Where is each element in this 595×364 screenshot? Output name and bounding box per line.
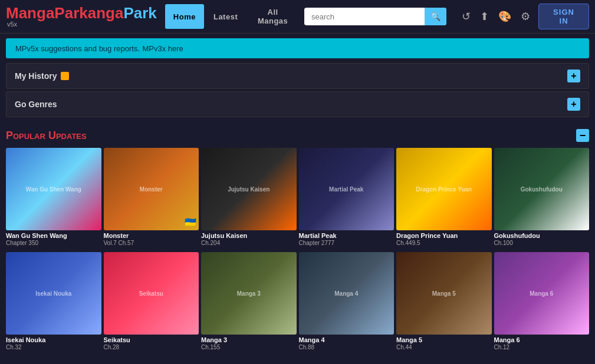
- logo-version: v5x: [7, 21, 17, 28]
- search-icon: 🔍: [430, 12, 441, 21]
- history-nav-icon[interactable]: ↺: [459, 8, 473, 25]
- manga-chapter: Ch.88: [299, 344, 395, 350]
- settings-icon[interactable]: ⚙: [518, 8, 532, 25]
- manga-card[interactable]: Jujutsu KaisenJujutsu KaisenCh.204: [201, 148, 297, 246]
- manga-title: Manga 3: [201, 336, 297, 343]
- logo-manga: MangaPark: [6, 4, 88, 22]
- my-history-header[interactable]: My History +: [6, 64, 589, 88]
- manga-title: Jujutsu Kaisen: [201, 232, 297, 239]
- main-nav: Home Latest All Mangas: [165, 4, 298, 29]
- manga-card[interactable]: Manga 5Manga 5Ch.44: [396, 252, 492, 350]
- header-icons: ↺ ⬆ 🎨 ⚙: [459, 8, 532, 25]
- my-history-expand[interactable]: +: [567, 70, 580, 82]
- announcement-bar: MPv5x suggestions and bug reports. MPv3x…: [6, 38, 589, 58]
- logo-park: Park: [123, 4, 156, 22]
- manga-chapter: Ch.12: [494, 344, 590, 350]
- nav-all-mangas[interactable]: All Mangas: [247, 4, 298, 29]
- go-genres-title: Go Genres: [15, 100, 57, 109]
- manga-title: Dragon Prince Yuan: [396, 232, 492, 239]
- history-bookmark-icon: [61, 72, 69, 80]
- manga-chapter: Ch.32: [6, 344, 101, 350]
- manga-title: Isekai Nouka: [6, 336, 101, 343]
- manga-title: Gokushufudou: [494, 232, 590, 239]
- go-genres-expand[interactable]: +: [567, 98, 580, 111]
- manga-title: Manga 5: [396, 336, 492, 343]
- manga-title: Martial Peak: [299, 232, 395, 239]
- search-bar: 🔍: [304, 8, 446, 25]
- manga-chapter: Vol.7 Ch.57: [104, 240, 199, 246]
- manga-chapter: Ch.100: [494, 240, 590, 246]
- manga-card[interactable]: Manga 3Manga 3Ch.155: [201, 252, 297, 350]
- announcement-link-1[interactable]: MPv5x suggestions and bug reports.: [15, 44, 140, 53]
- sign-in-button[interactable]: Sign In: [538, 4, 589, 29]
- go-genres-section: Go Genres +: [6, 91, 589, 117]
- manga-chapter: Chapter 350: [6, 240, 101, 246]
- manga-chapter: Ch.44: [396, 344, 492, 350]
- go-genres-header[interactable]: Go Genres +: [6, 92, 589, 117]
- manga-card[interactable]: Manga 6Manga 6Ch.12: [494, 252, 590, 350]
- logo[interactable]: MangaParkangaPark v5x: [6, 5, 157, 28]
- manga-card[interactable]: SeikatsuSeikatsuCh.28: [104, 252, 199, 350]
- upload-icon[interactable]: ⬆: [478, 8, 491, 25]
- manga-chapter: Ch.28: [104, 344, 199, 350]
- popular-updates-title: Popular Updates: [6, 130, 87, 142]
- manga-card[interactable]: Wan Gu Shen WangWan Gu Shen WangChapter …: [6, 148, 101, 246]
- manga-card[interactable]: Dragon Prince YuanDragon Prince YuanCh.4…: [396, 148, 492, 246]
- manga-chapter: Ch.204: [201, 240, 297, 246]
- manga-title: Seikatsu: [104, 336, 199, 343]
- manga-title: Wan Gu Shen Wang: [6, 232, 101, 239]
- manga-chapter: Ch.449.5: [396, 240, 492, 246]
- header: MangaParkangaPark v5x Home Latest All Ma…: [0, 0, 595, 34]
- manga-title: Manga 6: [494, 336, 590, 343]
- nav-home[interactable]: Home: [165, 4, 204, 29]
- nav-latest[interactable]: Latest: [205, 4, 246, 29]
- manga-card[interactable]: Martial PeakMartial PeakChapter 2777: [299, 148, 395, 246]
- manga-grid-row2: Isekai NoukaIsekai NoukaCh.32SeikatsuSei…: [0, 252, 595, 356]
- search-input[interactable]: [304, 9, 425, 25]
- popular-updates-collapse[interactable]: −: [576, 129, 589, 142]
- my-history-title: My History: [15, 71, 69, 81]
- manga-chapter: Chapter 2777: [299, 240, 395, 246]
- manga-title: Monster: [104, 232, 199, 239]
- search-button[interactable]: 🔍: [425, 8, 446, 25]
- manga-card[interactable]: 🇺🇦MonsterMonsterVol.7 Ch.57: [104, 148, 199, 246]
- announcement-link-2[interactable]: MPv3x here: [142, 44, 183, 53]
- palette-icon[interactable]: 🎨: [496, 8, 514, 25]
- manga-title: Manga 4: [299, 336, 395, 343]
- manga-chapter: Ch.155: [201, 344, 297, 350]
- manga-grid-row1: Wan Gu Shen WangWan Gu Shen WangChapter …: [0, 148, 595, 252]
- manga-card[interactable]: Isekai NoukaIsekai NoukaCh.32: [6, 252, 101, 350]
- popular-updates-section: Popular Updates − Wan Gu Shen WangWan Gu…: [0, 120, 595, 356]
- popular-updates-header: Popular Updates −: [0, 120, 595, 148]
- manga-card[interactable]: Manga 4Manga 4Ch.88: [299, 252, 395, 350]
- manga-card[interactable]: GokushufudouGokushufudouCh.100: [494, 148, 590, 246]
- my-history-section: My History +: [6, 63, 589, 89]
